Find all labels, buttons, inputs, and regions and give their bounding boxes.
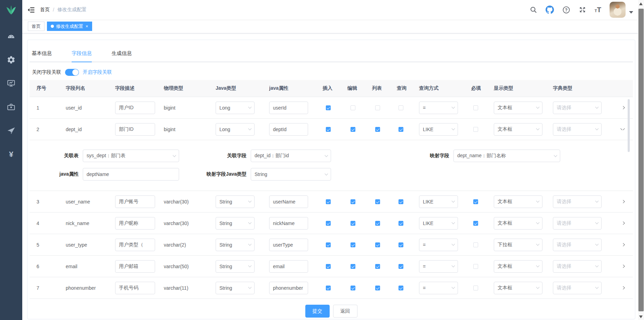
- java-attr-input[interactable]: [269, 260, 308, 273]
- java-attr-input[interactable]: [269, 102, 308, 114]
- list-checkbox[interactable]: [375, 221, 380, 226]
- java-attr-input[interactable]: [269, 239, 308, 251]
- display-type-select[interactable]: 文本框: [494, 102, 542, 114]
- dict-type-select[interactable]: 请选择: [553, 217, 602, 230]
- edit-checkbox[interactable]: [351, 286, 355, 290]
- query-mode-select[interactable]: LIKE: [419, 123, 458, 136]
- query-checkbox[interactable]: [399, 242, 403, 247]
- edit-checkbox[interactable]: [351, 199, 355, 204]
- tag-close-icon[interactable]: ×: [86, 24, 88, 29]
- required-checkbox[interactable]: [473, 286, 478, 290]
- sidebar-item-monitor[interactable]: [0, 72, 22, 95]
- display-type-select[interactable]: 文本框: [494, 195, 542, 208]
- display-type-select[interactable]: 文本框: [494, 123, 542, 136]
- sidebar-item-pay[interactable]: ¥: [0, 143, 22, 166]
- dict-type-select[interactable]: 请选择: [553, 282, 602, 294]
- sidebar-item-guide[interactable]: [0, 119, 22, 143]
- association-toggle[interactable]: [65, 69, 79, 76]
- java-type-select[interactable]: String: [216, 217, 255, 230]
- search-icon[interactable]: [530, 6, 537, 14]
- row-expand-toggle[interactable]: [612, 106, 633, 109]
- edit-checkbox[interactable]: [351, 105, 355, 110]
- row-expand-toggle[interactable]: [612, 200, 633, 203]
- description-input[interactable]: [115, 282, 155, 294]
- mapping-field-select[interactable]: dept_name：部门名称: [453, 150, 560, 162]
- tag-current-page[interactable]: 修改生成配置 ×: [47, 22, 92, 31]
- sidebar-fold-icon[interactable]: [22, 6, 40, 14]
- list-checkbox[interactable]: [375, 199, 380, 204]
- insert-checkbox[interactable]: [326, 199, 331, 204]
- row-expand-toggle[interactable]: [612, 243, 633, 246]
- row-expand-toggle[interactable]: [612, 222, 633, 225]
- dict-type-select[interactable]: 请选择: [553, 102, 602, 114]
- description-input[interactable]: [115, 123, 155, 136]
- dict-type-select[interactable]: 请选择: [553, 239, 602, 251]
- query-checkbox[interactable]: [399, 199, 403, 204]
- list-checkbox[interactable]: [375, 264, 380, 269]
- list-checkbox[interactable]: [375, 105, 380, 110]
- query-checkbox[interactable]: [399, 264, 403, 269]
- window-scrollbar[interactable]: [638, 0, 644, 320]
- relation-field-select[interactable]: dept_id：部门id: [251, 150, 331, 162]
- query-checkbox[interactable]: [399, 221, 403, 226]
- insert-checkbox[interactable]: [326, 127, 331, 132]
- java-attr-input[interactable]: [269, 195, 308, 208]
- row-expand-toggle[interactable]: [612, 128, 633, 130]
- mapping-java-type-select[interactable]: String: [251, 168, 331, 181]
- scrollbar-up-arrow-icon[interactable]: [639, 2, 643, 5]
- help-question-icon[interactable]: ?: [562, 6, 570, 14]
- row-expand-toggle[interactable]: [612, 286, 633, 289]
- java-type-select[interactable]: Long: [216, 102, 255, 114]
- edit-checkbox[interactable]: [351, 127, 355, 132]
- insert-checkbox[interactable]: [326, 242, 331, 247]
- dict-type-select[interactable]: 请选择: [553, 195, 602, 208]
- query-mode-select[interactable]: =: [419, 102, 458, 114]
- mapping-java-attr-input[interactable]: [83, 168, 179, 181]
- description-input[interactable]: [115, 260, 155, 273]
- back-button[interactable]: 返回: [333, 305, 357, 318]
- submit-button[interactable]: 提交: [305, 305, 330, 318]
- edit-checkbox[interactable]: [351, 264, 355, 269]
- row-expand-toggle[interactable]: [612, 265, 633, 268]
- display-type-select[interactable]: 下拉框: [494, 239, 542, 251]
- java-type-select[interactable]: Long: [216, 123, 255, 136]
- list-checkbox[interactable]: [375, 127, 380, 132]
- scrollbar-thumb[interactable]: [638, 9, 644, 311]
- sidebar-item-dashboard[interactable]: [0, 24, 22, 48]
- query-checkbox[interactable]: [399, 127, 403, 132]
- app-logo[interactable]: [0, 0, 22, 20]
- required-checkbox[interactable]: [473, 127, 478, 132]
- java-attr-input[interactable]: [269, 123, 308, 136]
- tab-field-info[interactable]: 字段信息: [72, 50, 92, 62]
- java-attr-input[interactable]: [269, 217, 308, 230]
- list-checkbox[interactable]: [375, 286, 380, 290]
- required-checkbox[interactable]: [473, 264, 478, 269]
- sidebar-item-tool[interactable]: [0, 95, 22, 119]
- insert-checkbox[interactable]: [326, 264, 331, 269]
- required-checkbox[interactable]: [473, 242, 478, 247]
- required-checkbox[interactable]: [473, 105, 478, 110]
- query-checkbox[interactable]: [399, 105, 403, 110]
- query-mode-select[interactable]: LIKE: [419, 195, 458, 208]
- query-mode-select[interactable]: LIKE: [419, 217, 458, 230]
- font-size-icon[interactable]: TT: [595, 6, 601, 13]
- query-mode-select[interactable]: =: [419, 239, 458, 251]
- java-attr-input[interactable]: [269, 282, 308, 294]
- user-menu[interactable]: [610, 2, 633, 18]
- fullscreen-icon[interactable]: [579, 6, 586, 14]
- dict-type-select[interactable]: 请选择: [553, 123, 602, 136]
- tab-generate-info[interactable]: 生成信息: [112, 50, 132, 62]
- required-checkbox[interactable]: [473, 221, 478, 226]
- edit-checkbox[interactable]: [351, 221, 355, 226]
- dict-type-select[interactable]: 请选择: [553, 260, 602, 273]
- tag-home[interactable]: 首页: [28, 22, 45, 31]
- insert-checkbox[interactable]: [326, 105, 331, 110]
- sidebar-item-system[interactable]: [0, 48, 22, 72]
- insert-checkbox[interactable]: [326, 286, 331, 290]
- display-type-select[interactable]: 文本框: [494, 282, 542, 294]
- query-checkbox[interactable]: [399, 286, 403, 290]
- insert-checkbox[interactable]: [326, 221, 331, 226]
- java-type-select[interactable]: String: [216, 282, 255, 294]
- query-mode-select[interactable]: =: [419, 282, 458, 294]
- table-scrollbar-thumb[interactable]: [628, 99, 630, 152]
